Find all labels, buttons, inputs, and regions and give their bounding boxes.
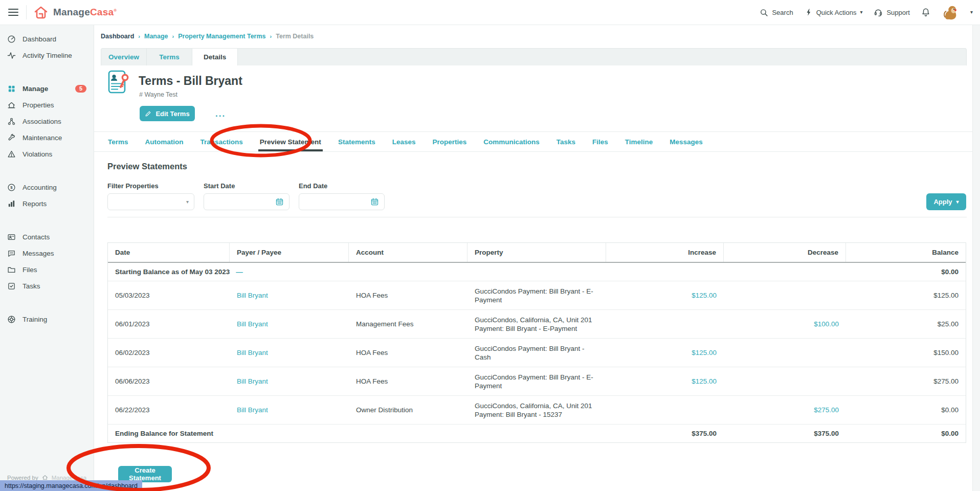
cell-decrease: $275.00 [724,396,846,424]
subtab-leases[interactable]: Leases [392,132,416,151]
sidebar-item-label: Dashboard [23,35,56,43]
subtab-automation[interactable]: Automation [145,132,184,151]
grid-icon [7,84,16,93]
subtab-messages[interactable]: Messages [670,132,703,151]
sidebar-item-manage[interactable]: Manage 5 [0,80,94,97]
column-date[interactable]: Date [108,243,230,262]
avatar-chevron-down-icon[interactable]: ▾ [970,10,973,15]
sidebar-item-contacts[interactable]: Contacts [0,229,94,245]
network-icon [7,117,16,126]
cell-payer-link[interactable]: Bill Bryant [230,367,349,395]
hamburger-menu-icon[interactable] [8,9,18,16]
main-content: Dashboard › Manage › Property Management… [94,25,980,491]
sidebar-item-properties[interactable]: Properties [0,97,94,113]
tab-terms[interactable]: Terms [147,49,192,65]
cell-property: GucciCondos Payment: Bill Bryant - Cash [467,339,606,367]
brand-house-icon [33,5,49,19]
subtab-communications[interactable]: Communications [483,132,540,151]
subtab-timeline[interactable]: Timeline [625,132,653,151]
primary-tabs: Overview Terms Details [101,48,967,65]
table-row[interactable]: 06/01/2023 Bill Bryant Management Fees G… [108,310,966,339]
sidebar-item-maintenance[interactable]: Maintenance [0,129,94,146]
subtab-files[interactable]: Files [592,132,608,151]
cell-decrease: $100.00 [724,310,846,338]
subtab-terms[interactable]: Terms [108,132,128,151]
tab-details[interactable]: Details [192,49,238,65]
sidebar-item-associations[interactable]: Associations [0,113,94,129]
search-label: Search [772,9,793,16]
cell-increase [606,396,724,424]
column-decrease[interactable]: Decrease [724,243,846,262]
breadcrumb-term-details: Term Details [276,33,314,40]
sidebar-item-label: Activity Timeline [23,52,72,59]
check-square-icon [7,282,16,291]
user-avatar[interactable] [942,4,959,21]
collapse-dash-icon[interactable]: — [236,268,243,276]
bar-chart-icon [7,199,16,208]
cell-payer-link[interactable]: Bill Bryant [230,396,349,424]
sidebar-item-violations[interactable]: Violations [0,146,94,162]
dollar-circle-icon: $ [7,183,16,192]
column-increase[interactable]: Increase [606,243,724,262]
table-row[interactable]: 06/22/2023 Bill Bryant Owner Distributio… [108,396,966,425]
cell-property: GucciCondos Payment: Bill Bryant - E-Pay… [467,281,606,309]
cell-account: HOA Fees [349,367,467,395]
sidebar-item-files[interactable]: Files [0,261,94,278]
brand-logo[interactable]: ManageCasa® [33,5,117,19]
cell-balance: $275.00 [846,367,966,395]
cell-decrease [724,281,846,309]
vertical-scrollbar[interactable] [972,25,980,491]
contact-card-icon [7,233,16,241]
chat-bubble-icon [7,249,16,258]
sidebar-item-label: Manage [23,85,48,93]
column-balance[interactable]: Balance [846,243,966,262]
search-button[interactable]: Search [760,8,793,17]
sidebar-item-reports[interactable]: Reports [0,195,94,212]
breadcrumb-property-management-terms[interactable]: Property Management Terms [178,33,265,40]
table-row[interactable]: 06/06/2023 Bill Bryant HOA Fees GucciCon… [108,367,966,396]
sidebar-item-activity-timeline[interactable]: Activity Timeline [0,47,94,63]
end-date-input[interactable] [299,193,385,210]
secondary-tabs: Terms Automation Transactions Preview St… [94,131,980,152]
apply-button[interactable]: Apply ▾ [926,193,966,210]
starting-balance-value: $0.00 [846,263,966,281]
subtab-properties[interactable]: Properties [432,132,466,151]
chevron-down-icon: ▾ [956,199,959,205]
svg-text:$: $ [10,185,13,190]
breadcrumb-manage[interactable]: Manage [144,33,168,40]
cell-increase [606,310,724,338]
create-statement-label: Create Statement [121,466,169,482]
filter-properties-select[interactable]: ▾ [107,193,194,210]
cell-increase: $125.00 [606,281,724,309]
tab-overview[interactable]: Overview [101,49,147,65]
sidebar-item-training[interactable]: Training [0,311,94,327]
sidebar-item-messages[interactable]: Messages [0,245,94,261]
status-url: https://staging.managecasa.com/en/dashbo… [0,480,142,491]
breadcrumb: Dashboard › Manage › Property Management… [101,33,314,40]
column-property[interactable]: Property [467,243,606,262]
column-account[interactable]: Account [349,243,467,262]
edit-terms-button[interactable]: Edit Terms [140,106,195,121]
sidebar-item-accounting[interactable]: $ Accounting [0,179,94,195]
sidebar-item-tasks[interactable]: Tasks [0,278,94,294]
notifications-button[interactable] [921,8,930,17]
starting-balance-text: Starting Balance as of May 03 2023 [115,268,230,276]
column-payer-payee[interactable]: Payer / Payee [230,243,349,262]
table-row[interactable]: 06/02/2023 Bill Bryant HOA Fees GucciCon… [108,339,966,367]
cell-payer-link[interactable]: Bill Bryant [230,310,349,338]
subtab-statements[interactable]: Statements [338,132,375,151]
quick-actions-button[interactable]: Quick Actions ▾ [805,8,863,16]
subtab-tasks[interactable]: Tasks [556,132,575,151]
start-date-input[interactable] [204,193,289,210]
sidebar-item-dashboard[interactable]: Dashboard [0,31,94,47]
cell-payer-link[interactable]: Bill Bryant [230,281,349,309]
support-button[interactable]: Support [874,8,910,17]
cell-payer-link[interactable]: Bill Bryant [230,339,349,367]
more-actions-button[interactable]: ... [212,106,229,122]
subtab-preview-statement[interactable]: Preview Statement [260,132,321,151]
sidebar-item-label: Maintenance [23,134,62,142]
cell-balance: $0.00 [846,396,966,424]
subtab-transactions[interactable]: Transactions [201,132,243,151]
table-row[interactable]: 05/03/2023 Bill Bryant HOA Fees GucciCon… [108,281,966,310]
breadcrumb-dashboard[interactable]: Dashboard [101,33,134,40]
